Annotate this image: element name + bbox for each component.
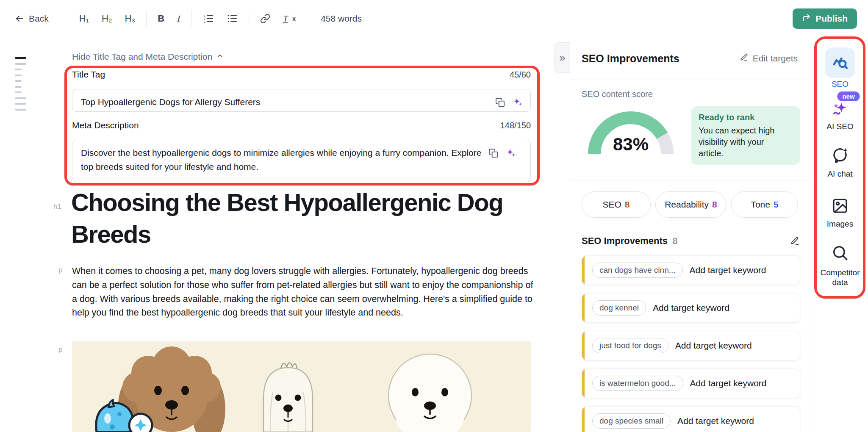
clear-formatting-x: x (292, 15, 296, 22)
add-target-keyword-label[interactable]: Add target keyword (677, 416, 754, 426)
clear-formatting-t: T (283, 14, 288, 24)
edit-targets-label: Edit targets (753, 53, 798, 64)
pill-label: SEO (602, 199, 621, 210)
title-tag-label: Title Tag (72, 69, 105, 80)
pill-label: Tone (751, 199, 770, 210)
add-target-keyword-label[interactable]: Add target keyword (653, 303, 729, 313)
sparkles-icon (506, 148, 516, 158)
meta-description-label: Meta Description (72, 120, 139, 130)
italic-button[interactable]: I (174, 11, 183, 27)
title-tag-row: Title Tag 45/60 (72, 69, 531, 80)
seo-score-pill[interactable]: SEO 8 (582, 191, 651, 218)
app-window: Back H₁ H₂ H₃ B I 123 (0, 0, 868, 432)
panel-divider (570, 180, 812, 180)
bold-button[interactable]: B (154, 11, 168, 27)
sparkles-icon (513, 97, 523, 107)
pill-value: 5 (774, 199, 779, 210)
verdict-body: You can expect high visibility with your… (699, 125, 783, 159)
seo-tool-button[interactable] (825, 47, 855, 78)
link-icon (260, 14, 270, 24)
keyword-suggestion-row[interactable]: is watermelon good... Add target keyword (582, 368, 800, 398)
ai-generate-meta-button[interactable] (505, 147, 517, 159)
toolbar-divider (146, 10, 147, 27)
images-icon (832, 197, 849, 214)
edit-improvements-button[interactable] (789, 235, 800, 246)
verdict-title: Ready to rank (699, 113, 793, 122)
article-paragraph[interactable]: When it comes to choosing a pet, many do… (72, 264, 535, 320)
images-button[interactable] (832, 197, 849, 214)
collapse-panel-button[interactable]: » (554, 42, 570, 73)
pencil-icon (740, 53, 749, 64)
copy-icon (495, 97, 505, 107)
amber-accent-bar (582, 407, 585, 432)
ai-seo-button[interactable] (832, 101, 848, 117)
hide-title-meta-toggle[interactable]: Hide Title Tag and Meta Description (72, 52, 224, 62)
clear-formatting-button[interactable]: Tx (280, 11, 300, 26)
ordered-list-button[interactable]: 123 (200, 11, 217, 27)
amber-accent-bar (582, 294, 585, 322)
ai-seo-label: AI SEO (826, 122, 853, 131)
ready-to-rank-card: Ready to rank You can expect high visibi… (691, 106, 800, 165)
competitor-data-button[interactable] (831, 244, 849, 262)
seo-analytics-icon (832, 54, 849, 71)
ai-chat-button[interactable] (831, 147, 849, 164)
h2-button[interactable]: H₂ (98, 11, 115, 27)
pill-label: Readability (665, 199, 709, 210)
back-button[interactable]: Back (11, 11, 52, 26)
copy-title-button[interactable] (494, 97, 506, 108)
editor-canvas: Hide Title Tag and Meta Description Titl… (0, 37, 570, 432)
h3-button[interactable]: H₃ (121, 11, 139, 27)
readability-score-pill[interactable]: Readability 8 (655, 191, 727, 218)
keyword-suggestion-row[interactable]: just food for dogs Add target keyword (582, 331, 800, 360)
panel-header: SEO Improvements Edit targets (582, 37, 800, 80)
p-gutter-marker: p (58, 266, 62, 274)
editor-toolbar: Back H₁ H₂ H₃ B I 123 (0, 0, 868, 37)
keyword-pill[interactable]: dog species small (592, 413, 671, 429)
chevron-up-icon (216, 52, 224, 62)
heading-buttons: H₁ H₂ H₃ (76, 11, 139, 27)
amber-accent-bar (582, 331, 585, 360)
tools-rail: SEO new AI SEO AI chat Images Competitor… (812, 37, 868, 432)
document-outline-minimap[interactable] (15, 57, 28, 114)
h1-gutter-marker: h1 (53, 202, 61, 211)
keyword-pill[interactable]: dog kennel (592, 300, 646, 316)
copy-meta-button[interactable] (488, 147, 499, 159)
edit-targets-button[interactable]: Edit targets (737, 53, 800, 64)
bullet-list-button[interactable] (223, 11, 241, 27)
title-tag-input[interactable]: Top Hypoallergenic Dogs for Allergy Suff… (72, 89, 531, 112)
svg-text:1: 1 (204, 14, 205, 17)
meta-description-row: Meta Description 148/150 (72, 120, 531, 130)
bullet-list-icon (227, 13, 238, 24)
publish-button[interactable]: Publish (793, 8, 857, 29)
keyword-pill[interactable]: can dogs have cinn... (592, 263, 683, 278)
link-button[interactable] (257, 11, 274, 26)
new-badge: new (837, 91, 860, 101)
back-arrow-icon (14, 14, 25, 24)
seo-improvements-panel: SEO Improvements Edit targets SEO conten… (570, 37, 812, 432)
article-image-dogs-illustration[interactable] (72, 341, 531, 432)
meta-description-value: Discover the best hypoallergenic dogs to… (81, 146, 488, 174)
svg-text:3: 3 (204, 20, 205, 23)
publish-arrow-icon (802, 13, 811, 24)
keyword-pill[interactable]: just food for dogs (592, 338, 668, 353)
ordered-list-icon: 123 (203, 13, 214, 24)
tone-score-pill[interactable]: Tone 5 (731, 191, 798, 218)
keyword-pill[interactable]: is watermelon good... (592, 376, 683, 391)
article-heading[interactable]: Choosing the Best Hypoallergenic Dog Bre… (71, 186, 533, 250)
keyword-suggestion-row[interactable]: dog kennel Add target keyword (582, 293, 800, 323)
ai-chat-icon (831, 147, 849, 164)
seo-score-label: SEO content score (582, 89, 800, 100)
meta-description-input[interactable]: Discover the best hypoallergenic dogs to… (72, 140, 531, 182)
ai-generate-title-button[interactable] (512, 96, 524, 108)
keyword-suggestion-row[interactable]: can dogs have cinn... Add target keyword (582, 255, 800, 285)
meta-description-counter: 148/150 (500, 121, 531, 130)
competitor-data-label: Competitor data (818, 268, 862, 287)
keyword-suggestion-row[interactable]: dog species small Add target keyword (582, 406, 800, 432)
toolbar-divider (307, 10, 307, 27)
back-label: Back (29, 14, 49, 24)
add-target-keyword-label[interactable]: Add target keyword (675, 341, 752, 351)
add-target-keyword-label[interactable]: Add target keyword (690, 378, 767, 388)
title-tag-counter: 45/60 (510, 70, 531, 80)
add-target-keyword-label[interactable]: Add target keyword (690, 265, 766, 275)
h1-button[interactable]: H₁ (76, 11, 92, 27)
